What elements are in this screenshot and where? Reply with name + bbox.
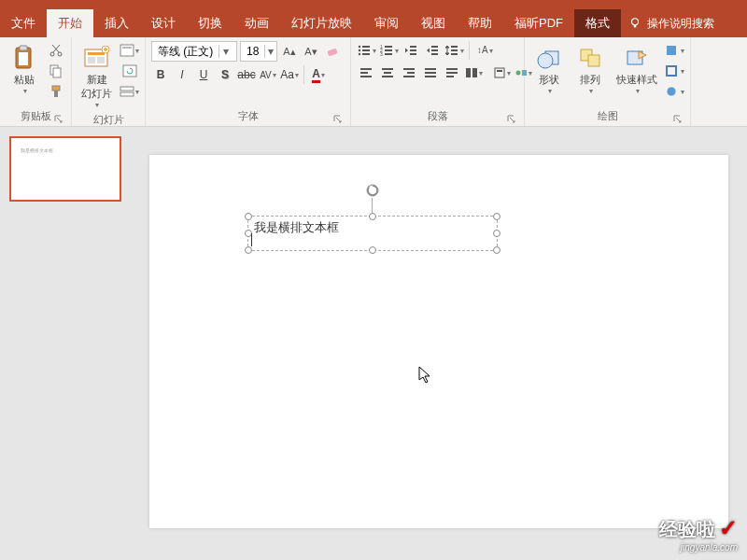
underline-button[interactable]: U	[194, 65, 213, 84]
bullets-button[interactable]: ▾	[357, 41, 376, 60]
line-spacing-button[interactable]: ▾	[444, 41, 464, 60]
resize-handle-ne[interactable]	[493, 213, 500, 220]
resize-handle-sw[interactable]	[245, 246, 252, 254]
dialog-launcher-icon[interactable]	[673, 115, 683, 124]
cut-button[interactable]	[47, 41, 65, 60]
change-case-button[interactable]: Aa▾	[280, 65, 299, 84]
section-button[interactable]: ▾	[120, 82, 139, 101]
tab-review[interactable]: 审阅	[363, 9, 410, 37]
quick-styles-button[interactable]: 快速样式▾	[613, 41, 661, 101]
tab-home[interactable]: 开始	[47, 9, 93, 37]
svg-rect-36	[410, 53, 416, 55]
slide-thumbnails: 我是横排文本框	[0, 127, 131, 560]
outdent-icon	[403, 44, 418, 57]
font-size-combo[interactable]: 18▾	[240, 41, 277, 62]
dialog-launcher-icon[interactable]	[333, 115, 343, 124]
svg-rect-4	[19, 52, 28, 65]
tab-file[interactable]: 文件	[0, 9, 47, 37]
shrink-font-button[interactable]: A▾	[302, 42, 320, 61]
new-slide-button[interactable]: 新建 幻灯片 ▾	[78, 41, 116, 111]
tab-help[interactable]: 帮助	[457, 9, 503, 37]
increase-indent-button[interactable]	[423, 41, 442, 60]
resize-handle-nw[interactable]	[245, 213, 252, 220]
svg-rect-17	[122, 47, 132, 49]
rotate-handle[interactable]	[365, 183, 380, 202]
bold-button[interactable]: B	[151, 65, 170, 84]
format-painter-button[interactable]	[47, 82, 65, 101]
tab-design[interactable]: 设计	[140, 9, 187, 37]
slide[interactable]: 我是横排文本框	[149, 155, 728, 528]
svg-rect-3	[20, 46, 27, 50]
svg-rect-60	[472, 68, 477, 77]
resize-handle-n[interactable]	[369, 213, 376, 220]
arrange-button[interactable]: 排列▾	[571, 41, 609, 101]
paste-button[interactable]: 粘贴 ▾	[6, 41, 43, 101]
tab-animation[interactable]: 动画	[233, 9, 280, 37]
shapes-button[interactable]: 形状▾	[530, 41, 568, 101]
justify-button[interactable]	[421, 63, 440, 82]
shapes-icon	[534, 43, 564, 73]
font-color-button[interactable]: A▾	[309, 65, 328, 84]
layout-icon	[120, 44, 134, 57]
selected-textbox[interactable]: 我是横排文本框	[247, 216, 498, 251]
shape-effects-button[interactable]: ▾	[665, 82, 684, 101]
svg-rect-21	[327, 48, 337, 56]
tab-view[interactable]: 视图	[410, 9, 457, 37]
svg-rect-54	[425, 72, 436, 74]
svg-rect-19	[120, 87, 134, 91]
font-name-combo[interactable]: 等线 (正文)▾	[151, 41, 237, 62]
resize-handle-se[interactable]	[493, 246, 500, 254]
svg-rect-20	[120, 92, 134, 96]
shape-fill-button[interactable]: ▾	[665, 41, 684, 60]
dialog-launcher-icon[interactable]	[54, 115, 63, 124]
align-center-icon	[380, 66, 395, 79]
watermark-url: jingyanla.com	[659, 542, 738, 553]
tab-foxit[interactable]: 福昕PDF	[503, 9, 574, 37]
align-left-button[interactable]	[357, 63, 375, 82]
svg-rect-48	[384, 72, 391, 74]
columns-button[interactable]: ▾	[464, 63, 483, 82]
chevron-down-icon: ▾	[23, 87, 27, 95]
text-direction-icon: ↕A	[475, 44, 488, 57]
svg-text:↕A: ↕A	[477, 45, 488, 55]
tell-me-search[interactable]: 操作说明搜索	[621, 16, 714, 32]
new-slide-icon	[82, 43, 112, 73]
svg-rect-61	[495, 68, 504, 77]
svg-point-5	[50, 52, 54, 56]
tab-insert[interactable]: 插入	[93, 9, 140, 37]
strike-button[interactable]: abc	[237, 65, 256, 84]
svg-rect-8	[53, 68, 61, 77]
grow-font-button[interactable]: A▴	[280, 42, 299, 61]
char-spacing-button[interactable]: AV▾	[259, 65, 277, 84]
dialog-launcher-icon[interactable]	[507, 115, 516, 124]
shadow-button[interactable]: S	[216, 65, 234, 84]
layout-button[interactable]: ▾	[120, 41, 139, 60]
slide-thumbnail-1[interactable]: 我是横排文本框	[9, 136, 121, 202]
resize-handle-e[interactable]	[493, 230, 500, 237]
reset-button[interactable]	[120, 62, 139, 80]
shape-outline-button[interactable]: ▾	[665, 62, 684, 80]
italic-button[interactable]: I	[173, 65, 191, 84]
eraser-icon	[325, 44, 340, 59]
svg-rect-18	[123, 65, 136, 77]
align-right-button[interactable]	[400, 63, 418, 82]
group-drawing: 形状▾ 排列▾ 快速样式▾ ▾ ▾ ▾ 绘图	[525, 37, 691, 126]
text-direction-button[interactable]: ↕A▾	[474, 41, 493, 60]
tab-slideshow[interactable]: 幻灯片放映	[280, 9, 363, 37]
svg-rect-59	[466, 68, 471, 77]
new-slide-label: 新建 幻灯片	[81, 73, 112, 101]
svg-rect-38	[431, 49, 438, 51]
decrease-indent-button[interactable]	[402, 41, 420, 60]
align-center-button[interactable]	[378, 63, 397, 82]
svg-rect-45	[360, 72, 368, 74]
numbering-button[interactable]: 123▾	[379, 41, 399, 60]
tab-transition[interactable]: 切换	[187, 9, 233, 37]
svg-rect-9	[52, 86, 60, 91]
align-text-button[interactable]: ▾	[492, 63, 511, 82]
slide-canvas-area: 我是横排文本框	[131, 127, 747, 560]
copy-button[interactable]	[47, 62, 65, 80]
distribute-button[interactable]	[443, 63, 461, 82]
clear-format-button[interactable]	[323, 42, 342, 61]
resize-handle-s[interactable]	[369, 246, 376, 254]
tab-format[interactable]: 格式	[574, 9, 621, 37]
